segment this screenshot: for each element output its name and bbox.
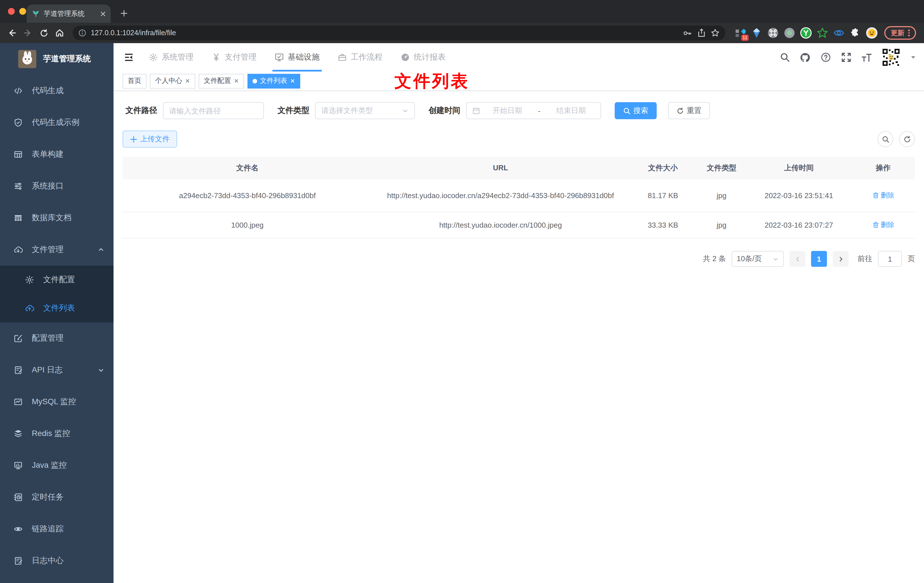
refresh-table-button[interactable] <box>899 131 915 147</box>
browser-menu-icon[interactable] <box>908 30 910 36</box>
monitor-icon <box>13 461 23 470</box>
date-end-placeholder[interactable]: 结束日期 <box>547 106 595 116</box>
file-type-select[interactable]: 请选择文件类型 <box>315 102 415 119</box>
reset-button[interactable]: 重置 <box>668 102 710 119</box>
ext-command-icon[interactable] <box>768 27 779 39</box>
pagination: 共 2 条 10条/页 1 前往 页 <box>122 251 915 267</box>
ext-star-icon[interactable] <box>817 27 828 39</box>
tab-close-icon[interactable] <box>101 11 106 16</box>
topnav-item-report[interactable]: 统计报表 <box>392 43 455 71</box>
forward-button[interactable] <box>20 26 35 40</box>
topnav-item-system[interactable]: 系统管理 <box>140 43 203 71</box>
sidebar-item-mysql-monitor[interactable]: MySQL 监控 <box>0 386 114 418</box>
page-size-value: 10条/页 <box>737 254 762 264</box>
cell-time: 2022-03-16 23:07:27 <box>746 221 851 230</box>
delete-button[interactable]: 删除 <box>872 191 894 200</box>
next-page-button[interactable] <box>833 251 848 267</box>
sidebar-item-form-builder[interactable]: 表单构建 <box>0 139 114 170</box>
file-path-label: 文件路径 <box>125 106 157 116</box>
sidebar-item-redis-monitor[interactable]: Redis 监控 <box>0 418 114 449</box>
fullscreen-icon[interactable] <box>841 52 851 63</box>
upload-file-button[interactable]: 上传文件 <box>122 130 177 148</box>
tag-profile[interactable]: 个人中心 <box>150 74 195 88</box>
github-icon[interactable] <box>800 52 810 63</box>
date-range-picker[interactable]: 开始日期 - 结束日期 <box>466 102 601 119</box>
bookmark-star-icon[interactable] <box>711 28 720 38</box>
sidebar-item-tracing[interactable]: 链路追踪 <box>0 513 114 545</box>
show-search-button[interactable] <box>878 131 893 147</box>
url-text[interactable]: 127.0.0.1:1024/infra/file/file <box>91 29 678 37</box>
sidebar-submenu-file: 文件配置 文件列表 <box>0 266 114 322</box>
sidebar-item-code-demo[interactable]: 代码生成示例 <box>0 107 114 139</box>
topnav-item-workflow[interactable]: 工作流程 <box>328 43 392 71</box>
topnav-item-label: 系统管理 <box>162 52 193 63</box>
yen-icon <box>212 53 221 62</box>
reload-button[interactable] <box>36 26 51 40</box>
ext-grid-icon[interactable]: 11 <box>735 27 746 39</box>
search-icon <box>623 107 630 114</box>
tag-home[interactable]: 首页 <box>122 74 147 88</box>
sidebar-item-file-config[interactable]: 文件配置 <box>0 266 114 294</box>
date-start-placeholder[interactable]: 开始日期 <box>483 106 531 116</box>
browser-tab[interactable]: 芋道管理系统 <box>27 5 111 23</box>
tag-close-icon[interactable] <box>290 78 295 83</box>
sidebar-item-log-center[interactable]: 日志中心 <box>0 545 114 577</box>
ext-balloon-icon[interactable] <box>751 27 762 39</box>
reset-button-label: 重置 <box>687 106 701 116</box>
topnav-item-payment[interactable]: 支付管理 <box>203 43 266 71</box>
sidebar-item-label: 文件配置 <box>43 275 104 285</box>
chevron-down-icon <box>402 107 409 114</box>
topnav: 系统管理 支付管理 基础设施 <box>140 43 455 71</box>
search-button[interactable]: 搜索 <box>615 102 657 119</box>
tag-close-icon[interactable] <box>234 78 239 83</box>
sidebar-item-scheduled-tasks[interactable]: 定时任务 <box>0 481 114 513</box>
topnav-item-infra[interactable]: 基础设施 <box>266 43 328 71</box>
prev-page-button[interactable] <box>789 251 805 267</box>
sidebar-logo[interactable]: 芋道管理系统 <box>0 43 114 75</box>
sidebar-item-java-monitor[interactable]: Java 监控 <box>0 449 114 481</box>
address-bar[interactable]: 127.0.0.1:1024/infra/file/file <box>73 26 726 40</box>
tag-file-config[interactable]: 文件配置 <box>199 74 244 88</box>
delete-button[interactable]: 删除 <box>872 220 894 230</box>
topnav-item-label: 工作流程 <box>351 52 383 63</box>
chevron-down-icon <box>97 367 104 373</box>
close-window-button[interactable] <box>8 8 15 15</box>
file-path-input[interactable] <box>169 106 258 115</box>
font-size-icon[interactable] <box>861 52 872 63</box>
share-icon[interactable] <box>697 28 706 38</box>
sidebar-fold-button[interactable] <box>122 51 135 64</box>
help-icon[interactable] <box>820 52 831 63</box>
cell-url: http://test.yudao.iocoder.cn/a294ecb2-73… <box>372 190 629 202</box>
ext-eye-icon[interactable] <box>833 27 845 39</box>
update-button[interactable]: 更新 <box>884 26 916 40</box>
user-avatar-qr[interactable] <box>881 48 901 67</box>
avatar-caret-icon[interactable] <box>911 55 916 60</box>
ext-circle-icon[interactable] <box>784 27 795 39</box>
sidebar-item-db-doc[interactable]: 数据库文档 <box>0 202 114 234</box>
cell-time: 2022-03-16 23:51:41 <box>746 191 851 200</box>
sidebar-item-file-management[interactable]: 文件管理 <box>0 234 114 266</box>
current-page-button[interactable]: 1 <box>811 251 827 267</box>
sidebar-item-file-list[interactable]: 文件列表 <box>0 294 114 322</box>
sidebar-item-config-management[interactable]: 配置管理 <box>0 322 114 354</box>
sidebar-item-system-api[interactable]: 系统接口 <box>0 170 114 202</box>
ext-y-icon[interactable] <box>800 27 812 39</box>
search-icon[interactable] <box>779 52 790 63</box>
col-header-url: URL <box>372 162 629 174</box>
home-button[interactable] <box>52 26 67 40</box>
profile-avatar-icon[interactable] <box>866 27 878 39</box>
cell-type: jpg <box>697 221 746 230</box>
new-tab-button[interactable] <box>117 6 130 20</box>
tag-close-icon[interactable] <box>185 78 190 83</box>
extensions-puzzle-icon[interactable] <box>850 27 861 39</box>
upload-file-label: 上传文件 <box>140 134 170 144</box>
goto-page-input[interactable] <box>878 251 902 267</box>
sidebar-item-api-log[interactable]: API 日志 <box>0 354 114 386</box>
site-info-icon[interactable] <box>78 29 86 37</box>
minimize-window-button[interactable] <box>19 8 26 15</box>
tag-file-list[interactable]: 文件列表 <box>248 74 300 88</box>
back-button[interactable] <box>5 26 19 40</box>
password-key-icon[interactable] <box>683 28 693 38</box>
page-size-select[interactable]: 10条/页 <box>732 251 784 267</box>
sidebar-item-code-gen[interactable]: 代码生成 <box>0 75 114 107</box>
